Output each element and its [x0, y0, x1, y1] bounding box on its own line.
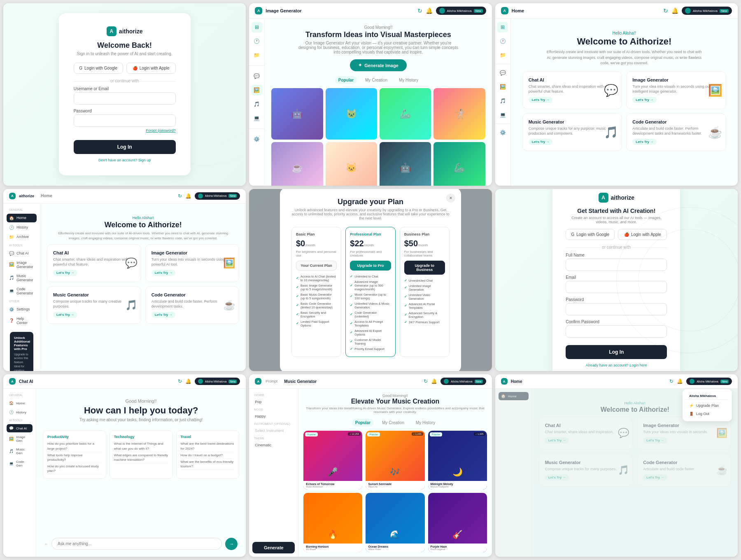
music-card-2[interactable]: Popular ♪ 1,245 🎶 Sunset Serenade AlpaCh… — [366, 431, 424, 490]
travel-item-3[interactable]: What are the benefits of eco-friendly to… — [181, 459, 235, 470]
bell-icon[interactable]: 🔔 — [185, 378, 191, 384]
travel-item-1[interactable]: What are the best travel destinations fo… — [181, 441, 235, 452]
password-input[interactable] — [74, 114, 176, 127]
nav-help[interactable]: ❓ Help Center — [7, 315, 37, 327]
refresh-icon[interactable]: ↻ — [424, 378, 428, 384]
nav-chat-ai[interactable]: 💬 Chat AI — [7, 249, 37, 258]
sidebar-archive-icon[interactable]: 📁 — [252, 50, 262, 61]
sidebar-history-icon[interactable]: 🕐 — [252, 36, 262, 47]
prod-item-3[interactable]: How do you create a focused study plan? — [47, 463, 102, 474]
sidebar-image-icon[interactable]: 🖼️ — [252, 85, 262, 96]
instrument-placeholder[interactable]: Select Instrument — [252, 427, 295, 434]
genre-pop[interactable]: Pop — [252, 398, 295, 406]
chat-text-input[interactable] — [51, 538, 222, 550]
tab-my-history[interactable]: My History — [396, 76, 422, 84]
prod-item-2[interactable]: What tools help improve productivity? — [47, 452, 102, 463]
image-thumb-2[interactable]: 🐱 — [326, 88, 377, 140]
music-card-5[interactable]: 🌊 Ocean Dreams Wave Rider — [366, 493, 424, 552]
music-card-6[interactable]: 🎸 Purple Haze Rock Legend — [428, 493, 487, 552]
refresh-icon[interactable]: ↻ — [178, 378, 182, 384]
music-card-1[interactable]: Popular ♪ 12,254 🎤 Echoes of Tomorrow Pe… — [303, 431, 362, 490]
sidebar-music[interactable]: 🎵 — [497, 96, 508, 106]
image-thumb-3[interactable]: 🦾 — [380, 88, 431, 140]
image-thumb-8[interactable]: 🦾 — [433, 142, 485, 185]
sidebar-code[interactable]: 💻 — [497, 110, 508, 120]
bell-icon[interactable]: 🔔 — [431, 378, 437, 384]
refresh-icon[interactable]: ↻ — [178, 193, 182, 199]
bell-icon[interactable]: 🔔 — [671, 7, 678, 14]
music-generate-button[interactable]: Generate — [252, 542, 295, 553]
arrow-prev-btn[interactable]: ← — [44, 542, 48, 546]
code-gen-feature-btn[interactable]: Let's Try → — [151, 312, 176, 318]
mood-happy[interactable]: Happy — [252, 413, 295, 420]
sidebar-settings[interactable]: ⚙️ — [497, 127, 508, 138]
bell-icon[interactable]: 🔔 — [677, 378, 683, 384]
nav-image-gen[interactable]: 🖼️ Image Generator — [7, 259, 37, 271]
bell-icon[interactable]: 🔔 — [185, 193, 191, 199]
generate-image-button[interactable]: ✦ Generate Image — [350, 59, 407, 71]
refresh-icon[interactable]: ↻ — [417, 7, 422, 14]
chat-ai-btn[interactable]: Let's Try → — [529, 97, 553, 103]
theme-cinematic[interactable]: Cinematic — [252, 441, 295, 449]
tab-my-creation[interactable]: My Creation — [362, 76, 391, 84]
sidebar-code-icon[interactable]: 💻 — [252, 113, 262, 124]
nav-music-gen[interactable]: 🎵 Music Generator — [7, 272, 37, 284]
sidebar-settings-icon[interactable]: ⚙️ — [252, 134, 262, 145]
tab-popular[interactable]: Popular — [335, 76, 357, 84]
nav-code-gen[interactable]: 💻 Code Generator — [7, 285, 37, 297]
travel-item-2[interactable]: How do I travel on a budget? — [181, 452, 235, 459]
sidebar-home-icon[interactable]: ⊞ — [252, 22, 262, 33]
music-gen-feature-btn[interactable]: Let's Try → — [53, 312, 77, 318]
nav-settings[interactable]: ⚙️ Settings — [7, 305, 37, 314]
music-tab-creation[interactable]: My Creation — [379, 419, 408, 427]
signup-link[interactable]: Sign up — [138, 158, 151, 162]
chat-nav-home[interactable]: 🏠Home — [7, 399, 33, 407]
refresh-icon[interactable]: ↻ — [669, 378, 673, 384]
prod-item-1[interactable]: How do you prioritize tasks for a large … — [47, 441, 102, 452]
apple-login-button[interactable]: 🍎 Login with Apple — [126, 63, 176, 74]
sidebar-archive[interactable]: 📁 — [497, 50, 508, 61]
pro-plan-button[interactable]: Upgrade to Pro — [350, 261, 391, 271]
refresh-icon[interactable]: ↻ — [663, 7, 668, 14]
bell-icon[interactable]: 🔔 — [426, 7, 433, 14]
image-gen-feature-btn[interactable]: Let's Try → — [151, 270, 176, 276]
sidebar-image[interactable]: 🖼️ — [497, 82, 508, 92]
image-thumb-5[interactable]: ☕ — [271, 142, 323, 185]
username-input[interactable] — [74, 92, 176, 105]
chat-send-button[interactable]: → — [225, 538, 238, 550]
business-plan-button[interactable]: Upgrade to Business — [404, 261, 445, 275]
image-thumb-4[interactable]: 🤺 — [433, 88, 485, 140]
chat-nav-image[interactable]: 🖼️Image Gen — [7, 433, 33, 445]
tech-item-2[interactable]: What edges are compared to friendly mach… — [114, 452, 168, 463]
music-gen-btn[interactable]: Let's Try → — [529, 139, 553, 145]
image-thumb-7[interactable]: 🤖 — [380, 142, 431, 185]
nav-home[interactable]: 🏠 Home — [7, 214, 37, 222]
basic-plan-button[interactable]: Your Current Plan — [296, 261, 337, 271]
chat-nav-code[interactable]: 💻Code Gen — [7, 458, 33, 469]
nav-history[interactable]: 🕐 History — [7, 223, 37, 232]
sidebar-music-icon[interactable]: 🎵 — [252, 99, 262, 110]
image-thumb-6[interactable]: 🐱 — [326, 142, 377, 185]
sidebar-chat[interactable]: 💬 — [497, 68, 508, 78]
modal-close-button[interactable]: × — [446, 194, 455, 203]
image-thumb-1[interactable]: 🤖 — [271, 88, 323, 140]
login-button[interactable]: Log In — [74, 140, 176, 154]
nav-archive[interactable]: 📁 Archive — [7, 233, 37, 241]
image-gen-btn[interactable]: Let's Try → — [632, 97, 657, 103]
music-card-3[interactable]: Popular ♪ 1,005 🌙 Midnight Melody Wylorn… — [428, 431, 487, 490]
chat-nav-chat[interactable]: 💬Chat AI — [7, 424, 33, 432]
music-tab-history[interactable]: My History — [412, 419, 438, 427]
code-gen-btn[interactable]: Let's Try → — [632, 139, 657, 145]
chat-nav-music[interactable]: 🎵Music Gen — [7, 446, 33, 457]
dropdown-logout[interactable]: 🚪 Log Out — [686, 410, 729, 418]
tech-item-1[interactable]: What is the Internet of Things and what … — [114, 441, 168, 452]
dropdown-upgrade-plan[interactable]: ⚡ Upgrade Plan — [686, 401, 729, 410]
music-tab-popular[interactable]: Popular — [352, 419, 374, 427]
music-card-4[interactable]: 🔥 Burning Horizon DJ Blaze — [303, 493, 362, 552]
sidebar-history[interactable]: 🕐 — [497, 36, 508, 47]
google-login-button[interactable]: G Login with Google — [74, 63, 123, 74]
user-avatar-chip[interactable]: Alisha Mikhalova New — [686, 378, 732, 385]
chat-ai-feature-btn[interactable]: Let's Try → — [53, 270, 77, 276]
forgot-password-link[interactable]: Forgot password? — [74, 128, 176, 133]
sidebar-home[interactable]: ⊞ — [497, 22, 508, 33]
